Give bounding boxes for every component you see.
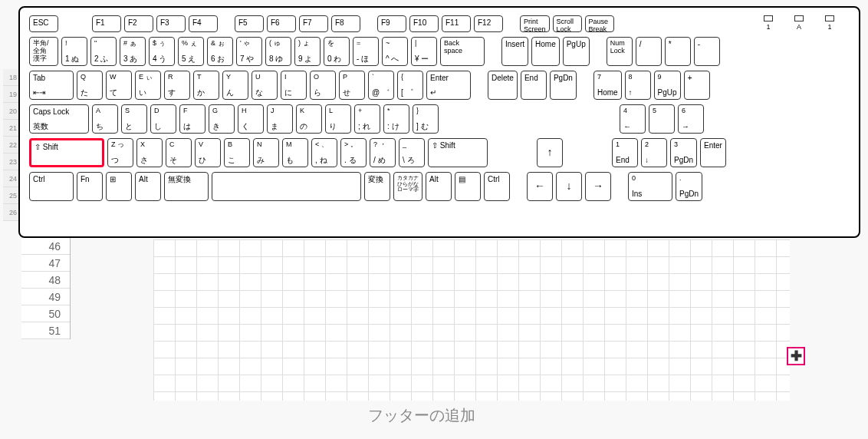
key-r[interactable]: Rす <box>164 71 190 100</box>
key-f[interactable]: Fは <box>179 104 205 134</box>
key-h[interactable]: Hく <box>238 104 264 134</box>
key-fn[interactable]: Fn <box>77 172 103 201</box>
row-number[interactable]: 47 <box>21 255 70 272</box>
key-right-alt[interactable]: Alt <box>426 172 452 201</box>
key-o[interactable]: Oら <box>310 71 336 100</box>
key-scrolllock[interactable]: Scroll Lock <box>553 15 582 32</box>
key-tab[interactable]: Tab⇤⇥ <box>29 71 74 100</box>
key-henkan[interactable]: 変換 <box>364 172 390 201</box>
key-esc[interactable]: ESC <box>29 15 58 32</box>
key-yen[interactable]: |¥ ー <box>411 37 437 66</box>
key-f9[interactable]: F9 <box>377 15 406 32</box>
row-number[interactable]: 48 <box>21 272 70 289</box>
key-comma[interactable]: < 、, ね <box>311 138 337 167</box>
key-backslash[interactable]: _\ ろ <box>399 138 425 167</box>
key-f5[interactable]: F5 <box>235 15 264 32</box>
key-muhenkan[interactable]: 無変換 <box>164 172 209 201</box>
key-insert[interactable]: Insert <box>501 37 528 66</box>
key-pgup[interactable]: PgUp <box>563 37 590 66</box>
key-k[interactable]: Kの <box>296 104 322 134</box>
key-colon[interactable]: *: け <box>383 104 409 134</box>
key-menu[interactable]: ▤ <box>455 172 481 201</box>
key-open-bracket[interactable]: {[ ゜ <box>397 71 423 100</box>
key-katakana[interactable]: カタカナ ひらがな ローマ字 <box>393 172 422 201</box>
key-caret[interactable]: ~^ へ <box>382 37 408 66</box>
key-numpad-4[interactable]: 4← <box>620 104 646 134</box>
key-right-ctrl[interactable]: Ctrl <box>484 172 510 201</box>
key-numpad-9[interactable]: 9PgUp <box>654 71 681 100</box>
key-4[interactable]: $ ぅ4 う <box>149 37 175 66</box>
key-numpad-decimal[interactable]: .PgDn <box>676 172 702 201</box>
key-f6[interactable]: F6 <box>267 15 296 32</box>
key-y[interactable]: Yん <box>222 71 248 100</box>
key-l[interactable]: Lり <box>325 104 351 134</box>
key-f8[interactable]: F8 <box>331 15 360 32</box>
key-numpad-divide[interactable]: / <box>636 37 662 66</box>
key-e[interactable]: E ぃい <box>135 71 161 100</box>
key-c[interactable]: Cそ <box>166 138 192 167</box>
footer-placeholder[interactable]: フッターの追加 <box>368 405 475 426</box>
key-left-shift[interactable]: ⇧ Shift <box>29 138 104 167</box>
key-left-alt[interactable]: Alt <box>135 172 161 201</box>
key-5[interactable]: % ぇ5 え <box>178 37 204 66</box>
key-minus[interactable]: =- ほ <box>353 37 379 66</box>
key-2[interactable]: "2 ふ <box>90 37 117 66</box>
key-slash[interactable]: ? ・/ め <box>370 138 396 167</box>
key-pause[interactable]: Pause Break <box>585 15 614 32</box>
key-space[interactable] <box>212 172 361 201</box>
key-x[interactable]: Xさ <box>136 138 163 167</box>
cell-grid[interactable] <box>153 239 790 401</box>
key-w[interactable]: Wて <box>106 71 132 100</box>
key-f4[interactable]: F4 <box>189 15 218 32</box>
key-delete[interactable]: Delete <box>488 71 518 100</box>
key-n[interactable]: Nみ <box>253 138 279 167</box>
key-numpad-enter[interactable]: Enter <box>700 138 726 167</box>
key-f10[interactable]: F10 <box>409 15 439 32</box>
key-numpad-3[interactable]: 3PgDn <box>670 138 697 167</box>
key-m[interactable]: Mも <box>282 138 308 167</box>
key-6[interactable]: & ぉ6 お <box>207 37 233 66</box>
key-backspace[interactable]: Back space <box>440 37 485 66</box>
row-number[interactable]: 51 <box>21 322 70 339</box>
key-windows[interactable]: ⊞ <box>106 172 132 201</box>
key-numpad-1[interactable]: 1End <box>612 138 638 167</box>
key-t[interactable]: Tか <box>193 71 219 100</box>
key-numpad-7[interactable]: 7Home <box>593 71 622 100</box>
key-numpad-5[interactable]: 5 <box>649 104 675 134</box>
key-j[interactable]: Jま <box>267 104 293 134</box>
key-u[interactable]: Uな <box>252 71 278 100</box>
key-pgdn[interactable]: PgDn <box>550 71 577 100</box>
key-f1[interactable]: F1 <box>92 15 121 32</box>
key-period[interactable]: > 。. る <box>340 138 367 167</box>
key-1[interactable]: !1 ぬ <box>61 37 87 66</box>
key-f12[interactable]: F12 <box>474 15 503 32</box>
key-8[interactable]: ( ゅ8 ゆ <box>265 37 291 66</box>
key-f2[interactable]: F2 <box>124 15 153 32</box>
key-3[interactable]: # ぁ3 あ <box>120 37 146 66</box>
key-capslock[interactable]: Caps Lock英数 <box>29 104 89 134</box>
key-7[interactable]: ' ゃ7 や <box>236 37 262 66</box>
row-number[interactable]: 46 <box>21 238 70 255</box>
key-numpad-6[interactable]: 6→ <box>678 104 704 134</box>
row-number[interactable]: 49 <box>21 289 70 305</box>
key-numpad-2[interactable]: 2↓ <box>641 138 667 167</box>
key-numpad-8[interactable]: 8↑ <box>625 71 651 100</box>
key-d[interactable]: Dし <box>150 104 176 134</box>
key-arrow-up[interactable]: ↑ <box>537 138 563 167</box>
key-v[interactable]: Vひ <box>195 138 221 167</box>
key-home[interactable]: Home <box>531 37 560 66</box>
key-numpad-multiply[interactable]: * <box>665 37 691 66</box>
key-end[interactable]: End <box>521 71 547 100</box>
key-g[interactable]: Gき <box>209 104 235 134</box>
row-number[interactable]: 50 <box>21 305 70 322</box>
key-printscreen[interactable]: Print Screen <box>520 15 550 32</box>
key-b[interactable]: Bこ <box>224 138 250 167</box>
key-i[interactable]: Iに <box>281 71 307 100</box>
key-numpad-add[interactable]: + <box>684 71 710 100</box>
key-s[interactable]: Sと <box>121 104 147 134</box>
key-p[interactable]: Pせ <box>339 71 365 100</box>
key-z[interactable]: Z っつ <box>107 138 133 167</box>
key-right-shift[interactable]: ⇧ Shift <box>428 138 488 167</box>
key-semicolon[interactable]: +; れ <box>354 104 380 134</box>
key-numlock[interactable]: Num Lock <box>607 37 633 66</box>
